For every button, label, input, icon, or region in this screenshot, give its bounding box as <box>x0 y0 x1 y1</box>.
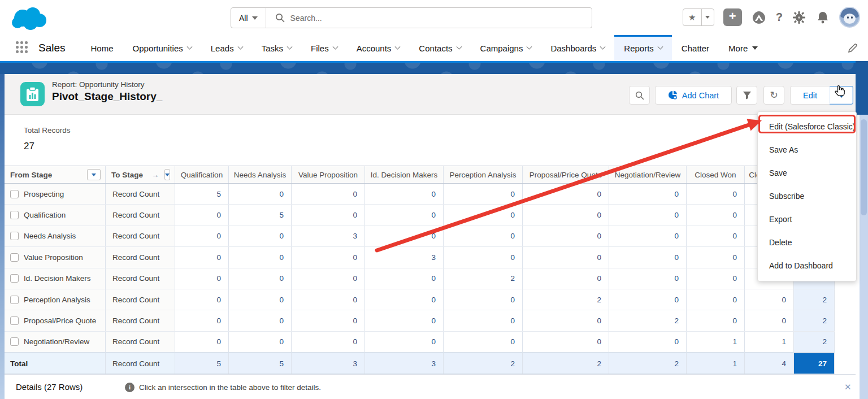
value-cell[interactable]: 0 <box>745 310 794 331</box>
value-cell[interactable]: 0 <box>687 289 745 310</box>
row-label-cell[interactable]: Negotiation/Review <box>5 332 106 352</box>
value-cell[interactable]: 0 <box>229 332 292 352</box>
value-cell[interactable]: 0 <box>175 226 229 246</box>
value-cell[interactable]: 0 <box>444 205 523 225</box>
refresh-button[interactable]: ↻ <box>763 86 784 105</box>
tab-contacts[interactable]: Contacts <box>409 35 470 61</box>
row-label-cell[interactable]: Proposal/Price Quote <box>5 310 106 331</box>
value-cell[interactable]: 0 <box>365 310 444 331</box>
row-checkbox[interactable] <box>10 232 19 240</box>
row-checkbox[interactable] <box>10 253 19 262</box>
value-cell[interactable]: 0 <box>444 184 523 204</box>
row-label-cell[interactable]: Perception Analysis <box>5 289 106 310</box>
notifications-bell-icon[interactable] <box>815 10 830 25</box>
menu-item-export[interactable]: Export <box>758 208 856 231</box>
user-avatar[interactable] <box>839 7 860 28</box>
value-cell[interactable]: 0 <box>292 332 365 352</box>
value-cell[interactable]: 0 <box>523 332 609 352</box>
favorite-star-icon[interactable]: ★ <box>683 9 702 25</box>
value-cell[interactable]: 2 <box>523 289 609 310</box>
value-cell[interactable]: 0 <box>229 289 292 310</box>
search-scope-dropdown[interactable]: All <box>231 8 266 28</box>
value-cell[interactable]: 0 <box>444 226 523 246</box>
value-cell[interactable]: 0 <box>229 310 292 331</box>
value-cell[interactable]: 0 <box>175 332 229 352</box>
total-value-cell[interactable]: 1 <box>687 353 745 374</box>
value-cell[interactable]: 0 <box>609 226 687 246</box>
value-cell[interactable]: 0 <box>444 310 523 331</box>
value-cell[interactable]: 0 <box>609 289 687 310</box>
value-cell[interactable]: 5 <box>175 184 229 204</box>
value-cell[interactable]: 0 <box>523 310 609 331</box>
value-cell[interactable]: 0 <box>292 289 365 310</box>
value-cell[interactable]: 0 <box>609 268 687 289</box>
value-cell[interactable]: 0 <box>365 226 444 246</box>
total-value-cell[interactable]: 2 <box>444 353 523 374</box>
menu-item-save-as[interactable]: Save As <box>758 138 856 162</box>
global-search[interactable]: All Search... <box>231 7 592 28</box>
value-cell[interactable]: 0 <box>175 205 229 225</box>
value-cell[interactable]: 0 <box>444 247 523 267</box>
total-value-cell[interactable]: 4 <box>745 353 794 374</box>
value-cell[interactable]: 0 <box>229 184 292 204</box>
tab-tasks[interactable]: Tasks <box>252 35 301 61</box>
value-cell[interactable]: 0 <box>687 184 745 204</box>
row-label-cell[interactable]: Id. Decision Makers <box>5 268 106 289</box>
row-checkbox[interactable] <box>10 296 19 304</box>
tab-accounts[interactable]: Accounts <box>347 35 410 61</box>
value-cell[interactable]: 1 <box>687 332 745 352</box>
vertical-scrollbar[interactable] <box>860 115 868 399</box>
value-cell[interactable]: 0 <box>229 268 292 289</box>
add-chart-button[interactable]: Add Chart <box>655 86 732 105</box>
value-cell[interactable]: 0 <box>444 289 523 310</box>
tab-chatter[interactable]: Chatter <box>672 35 719 61</box>
value-cell[interactable]: 2 <box>609 310 687 331</box>
scrollbar-thumb[interactable] <box>861 119 867 215</box>
menu-item-delete[interactable]: Delete <box>758 231 856 254</box>
value-cell[interactable]: 0 <box>687 310 745 331</box>
tab-dashboards[interactable]: Dashboards <box>541 35 614 61</box>
setup-gear-icon[interactable] <box>792 10 806 25</box>
tab-leads[interactable]: Leads <box>201 35 252 61</box>
app-launcher-icon[interactable] <box>16 41 29 55</box>
edit-button[interactable]: Edit <box>790 86 830 105</box>
value-cell[interactable]: 0 <box>687 205 745 225</box>
value-cell[interactable]: 0 <box>687 247 745 267</box>
value-cell[interactable]: 0 <box>609 205 687 225</box>
help-icon[interactable]: ? <box>776 11 783 24</box>
value-cell[interactable]: 0 <box>609 247 687 267</box>
row-label-cell[interactable]: Value Proposition <box>5 247 106 267</box>
value-cell[interactable]: 0 <box>292 310 365 331</box>
row-checkbox[interactable] <box>10 211 19 219</box>
value-cell[interactable]: 0 <box>292 205 365 225</box>
total-value-cell[interactable]: 5 <box>229 353 292 374</box>
value-cell[interactable]: 1 <box>745 332 794 352</box>
value-cell[interactable]: 0 <box>609 184 687 204</box>
row-label-cell[interactable]: Prospecting <box>5 184 106 204</box>
global-actions-plus-icon[interactable]: + <box>723 8 742 26</box>
row-checkbox[interactable] <box>10 190 19 198</box>
row-checkbox[interactable] <box>10 316 19 325</box>
favorites-dropdown-icon[interactable] <box>702 9 714 25</box>
value-cell[interactable]: 0 <box>523 268 609 289</box>
value-cell[interactable]: 3 <box>292 226 365 246</box>
value-cell[interactable]: 0 <box>229 226 292 246</box>
row-label-cell[interactable]: Needs Analysis <box>5 226 106 246</box>
value-cell[interactable]: 0 <box>523 205 609 225</box>
value-cell[interactable]: 2 <box>444 268 523 289</box>
value-cell[interactable]: 0 <box>523 184 609 204</box>
guidance-center-icon[interactable] <box>751 10 767 25</box>
menu-item-subscribe[interactable]: Subscribe <box>758 185 856 208</box>
value-cell[interactable]: 0 <box>292 268 365 289</box>
tab-files[interactable]: Files <box>301 35 347 61</box>
value-cell[interactable]: 0 <box>365 205 444 225</box>
tab-reports[interactable]: Reports <box>614 35 672 61</box>
total-value-cell[interactable]: 3 <box>292 353 365 374</box>
value-cell[interactable]: 0 <box>292 184 365 204</box>
close-icon[interactable]: ✕ <box>844 382 852 392</box>
col-axis-filter-button[interactable] <box>164 169 170 180</box>
value-cell[interactable]: 0 <box>175 268 229 289</box>
report-search-button[interactable] <box>629 86 650 105</box>
search-input[interactable]: Search... <box>290 14 322 23</box>
value-cell[interactable]: 5 <box>229 205 292 225</box>
